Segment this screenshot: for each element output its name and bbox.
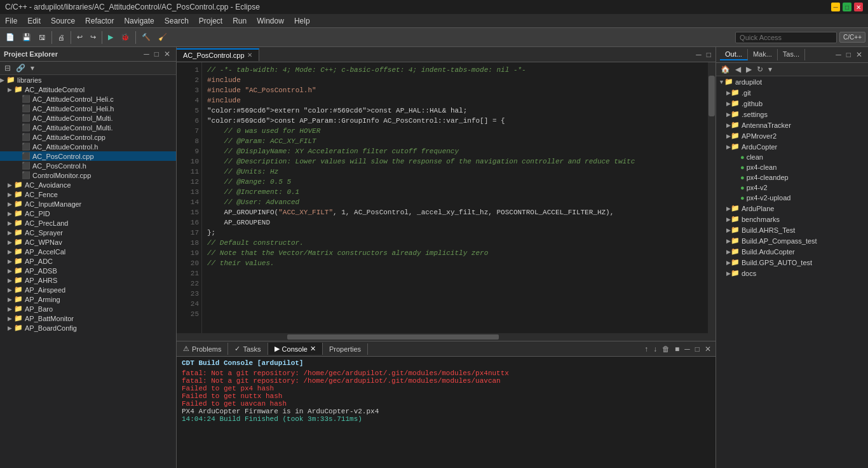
tree-item-ap-airspeed[interactable]: ▶📁AP_Airspeed — [0, 285, 176, 294]
perspective-button[interactable]: C/C++ — [839, 32, 865, 43]
rpanel-view-btn[interactable]: ▾ — [766, 64, 774, 74]
rtree-item-benchmarks[interactable]: ▶📁benchmarks — [716, 214, 868, 224]
menu-project[interactable]: Project — [194, 15, 227, 27]
tree-item-ac-poscontrol-h[interactable]: ⬛AC_PosControl.h — [0, 161, 176, 170]
editor-horizontal-scrollbar[interactable] — [177, 333, 715, 341]
tree-item-ap-battmonitor[interactable]: ▶📁AP_BattMonitor — [0, 313, 176, 323]
tree-item-ap-adc[interactable]: ▶📁AP_ADC — [0, 256, 176, 266]
tree-item-ac-attitudecontrol-heli-c[interactable]: ⬛AC_AttitudeControl_Heli.c — [0, 94, 176, 104]
link-editor-btn[interactable]: 🔗 — [14, 63, 27, 73]
tree-item-ap-adsb[interactable]: ▶📁AP_ADSB — [0, 266, 176, 275]
tree-item-ac-attitudecontrol[interactable]: ▶📁AC_AttitudeControl — [0, 85, 176, 94]
tree-item-ac-attitudecontrol-multi-[interactable]: ⬛AC_AttitudeControl_Multi. — [0, 123, 176, 132]
editor-maximize-btn[interactable]: □ — [705, 50, 713, 60]
tree-item-ac-avoidance[interactable]: ▶📁AC_Avoidance — [0, 180, 176, 189]
right-panel-maximize-btn[interactable]: □ — [844, 50, 853, 60]
rtree-item-px4-v2-upload[interactable]: ●px4-v2-upload — [716, 193, 868, 203]
menu-help[interactable]: Help — [289, 15, 315, 27]
rpanel-refresh-btn[interactable]: ↻ — [755, 64, 765, 74]
view-menu-btn[interactable]: ▾ — [29, 63, 36, 73]
rtree-item-build-ap-compass-test[interactable]: ▶📁Build.AP_Compass_test — [716, 235, 868, 246]
editor-tab-ac-poscontrol[interactable]: AC_PosControl.cpp ✕ — [177, 48, 259, 61]
tab-tasks[interactable]: ✓ Tasks — [228, 343, 268, 355]
editor-minimize-btn[interactable]: ─ — [694, 50, 703, 60]
rtree-item--github[interactable]: ▶📁.github — [716, 98, 868, 109]
tree-item-ap-boardconfig[interactable]: ▶📁AP_BoardConfig — [0, 323, 176, 333]
editor-scrollbar-thumb[interactable] — [709, 76, 715, 116]
rtree-item-clean[interactable]: ●clean — [716, 152, 868, 162]
tree-item-ap-arming[interactable]: ▶📁AP_Arming — [0, 294, 176, 304]
tree-item-ac-poscontrol-cpp[interactable]: ⬛AC_PosControl.cpp — [0, 151, 176, 161]
toolbar-run-btn[interactable]: ▶ — [105, 31, 116, 43]
menu-run[interactable]: Run — [227, 15, 252, 27]
toolbar-redo-btn[interactable]: ↪ — [87, 31, 99, 43]
maximize-button[interactable]: □ — [843, 3, 851, 11]
menu-navigate[interactable]: Navigate — [119, 15, 159, 27]
tree-item-ac-pid[interactable]: ▶📁AC_PID — [0, 209, 176, 218]
tree-item-ac-sprayer[interactable]: ▶📁AC_Sprayer — [0, 228, 176, 237]
left-panel-maximize-btn[interactable]: □ — [153, 49, 161, 59]
bottom-maximize-btn[interactable]: □ — [693, 344, 702, 354]
code-editor[interactable]: // -*- tab-width: 4; Mode: C++; c-basic-… — [202, 62, 715, 333]
bottom-scroll-up-btn[interactable]: ↑ — [642, 344, 650, 354]
editor-tab-close-btn[interactable]: ✕ — [247, 52, 252, 59]
quick-access-input[interactable] — [735, 32, 837, 43]
tab-problems[interactable]: ⚠ Problems — [177, 343, 228, 355]
hscroll-track[interactable] — [182, 334, 710, 340]
rtree-item-px4-cleandep[interactable]: ●px4-cleandep — [716, 172, 868, 182]
bottom-stop-btn[interactable]: ■ — [673, 344, 681, 354]
menu-file[interactable]: File — [0, 15, 22, 27]
minimize-button[interactable]: ─ — [831, 3, 840, 11]
rtree-item-px4-v2[interactable]: ●px4-v2 — [716, 182, 868, 193]
toolbar-build-btn[interactable]: 🔨 — [139, 31, 154, 43]
toolbar-undo-btn[interactable]: ↩ — [74, 31, 86, 43]
bottom-scroll-down-btn[interactable]: ↓ — [651, 344, 659, 354]
toolbar-save-btn[interactable]: 💾 — [19, 31, 34, 43]
editor-content[interactable]: 1234567891011121314151617181920212223242… — [177, 62, 715, 333]
right-panel-close-btn[interactable]: ✕ — [854, 50, 864, 60]
tree-item-ac-wpnav[interactable]: ▶📁AC_WPNav — [0, 237, 176, 247]
menu-source[interactable]: Source — [46, 15, 80, 27]
hscroll-thumb[interactable] — [287, 334, 499, 340]
rtree-item-px4-clean[interactable]: ●px4-clean — [716, 162, 868, 172]
rtree-item-apmrover2[interactable]: ▶📁APMrover2 — [716, 130, 868, 141]
rtree-item-build-arducopter[interactable]: ▶📁Build.ArduCopter — [716, 246, 868, 257]
rpanel-tab-mak[interactable]: Mak... — [748, 49, 778, 60]
tree-item-ac-attitudecontrol-cpp[interactable]: ⬛AC_AttitudeControl.cpp — [0, 132, 176, 142]
toolbar-print-btn[interactable]: 🖨 — [55, 32, 68, 43]
bottom-clear-btn[interactable]: 🗑 — [660, 344, 672, 354]
tree-item-ac-precland[interactable]: ▶📁AC_PrecLand — [0, 218, 176, 228]
rtree-item-build-gps-auto-test[interactable]: ▶📁Build.GPS_AUTO_test — [716, 257, 868, 268]
menu-window[interactable]: Window — [252, 15, 289, 27]
rpanel-back-btn[interactable]: ◀ — [733, 64, 743, 74]
left-panel-close-btn[interactable]: ✕ — [162, 49, 172, 59]
tree-item-ap-ahrs[interactable]: ▶📁AP_AHRS — [0, 275, 176, 285]
tree-item-ap-baro[interactable]: ▶📁AP_Baro — [0, 304, 176, 313]
editor-scrollbar[interactable] — [708, 62, 715, 333]
toolbar-save-all-btn[interactable]: 🖫 — [36, 32, 49, 43]
tree-item-controlmonitor-cpp[interactable]: ⬛ControlMonitor.cpp — [0, 170, 176, 180]
tree-item-ac-inputmanager[interactable]: ▶📁AC_InputManager — [0, 199, 176, 209]
toolbar-debug-btn[interactable]: 🐞 — [118, 31, 133, 43]
rtree-item-arduplane[interactable]: ▶📁ArduPlane — [716, 203, 868, 214]
tree-item-ac-attitudecontrol-heli-h[interactable]: ⬛AC_AttitudeControl_Heli.h — [0, 104, 176, 113]
toolbar-new-btn[interactable]: 📄 — [3, 31, 18, 43]
tree-item-libraries[interactable]: ▶📁libraries — [0, 75, 176, 85]
rtree-item-build-ahrs-test[interactable]: ▶📁Build.AHRS_Test — [716, 224, 868, 235]
menu-refactor[interactable]: Refactor — [80, 15, 119, 27]
tree-item-ap-accelcal[interactable]: ▶📁AP_AccelCal — [0, 247, 176, 256]
toolbar-clean-btn[interactable]: 🧹 — [155, 31, 170, 43]
rtree-item-docs[interactable]: ▶📁docs — [716, 268, 868, 279]
bottom-close-btn[interactable]: ✕ — [703, 344, 713, 354]
console-tab-close[interactable]: ✕ — [310, 345, 316, 353]
menu-edit[interactable]: Edit — [22, 15, 46, 27]
tree-item-ac-attitudecontrol-h[interactable]: ⬛AC_AttitudeControl.h — [0, 142, 176, 151]
rtree-item-arducopter[interactable]: ▶📁ArduCopter — [716, 141, 868, 152]
rpanel-tab-tas[interactable]: Tas... — [778, 49, 805, 60]
bottom-minimize-btn[interactable]: ─ — [682, 344, 692, 354]
tab-console[interactable]: ▶ Console ✕ — [268, 343, 323, 355]
rtree-item-antennatracker[interactable]: ▶📁AntennaTracker — [716, 120, 868, 130]
close-button[interactable]: ✕ — [854, 3, 863, 11]
tree-item-ac-fence[interactable]: ▶📁AC_Fence — [0, 189, 176, 199]
rpanel-forward-btn[interactable]: ▶ — [744, 64, 754, 74]
